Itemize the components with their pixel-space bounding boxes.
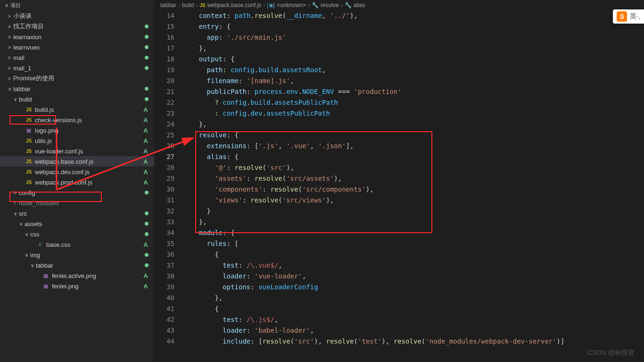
item-label: webpack.base.conf.js <box>35 158 141 165</box>
modified-dot <box>145 263 149 267</box>
file-item[interactable]: ▦fenlei.pngA <box>0 281 154 291</box>
git-status-badge: A <box>141 283 150 290</box>
breadcrumb-item[interactable]: 🔧 alias <box>345 2 365 8</box>
file-explorer[interactable]: ∨ 项目 >小谈谈>找工作项目>learnaxion>learnvuex>mal… <box>0 0 155 362</box>
js-icon: JS <box>25 149 33 154</box>
folder-item[interactable]: ∨build <box>0 94 154 104</box>
folder-item[interactable]: >learnaxion <box>0 32 154 42</box>
chevron-down-icon: ∨ <box>5 2 8 8</box>
folder-item[interactable]: ∨img <box>0 250 154 260</box>
item-label: webpack.prod.conf.js <box>35 179 141 186</box>
folder-item[interactable]: >找工作项目 <box>0 21 154 32</box>
chevron-icon: > <box>6 66 13 71</box>
image-icon: ▦ <box>25 127 33 134</box>
explorer-header: ∨ 项目 <box>0 0 154 11</box>
breadcrumb-item[interactable]: tabbar <box>160 2 176 8</box>
chevron-icon: > <box>6 55 13 60</box>
folder-item[interactable]: ∨src <box>0 208 154 219</box>
js-icon: JS <box>25 118 33 123</box>
file-item[interactable]: #base.cssA <box>0 239 154 250</box>
chevron-icon: ∨ <box>28 263 36 268</box>
folder-item[interactable]: >小谈谈 <box>0 11 154 21</box>
wrench-icon: 🔧 <box>345 2 352 8</box>
breadcrumb-item[interactable]: JS webpack.base.conf.js <box>199 2 261 8</box>
modified-dot <box>145 66 149 70</box>
item-label: tabbar <box>13 85 145 93</box>
modified-dot <box>145 232 149 236</box>
file-item[interactable]: JSbuild.jsA <box>0 104 154 115</box>
chevron-icon: ∨ <box>23 253 30 258</box>
modified-dot <box>145 25 149 28</box>
breadcrumb-item[interactable]: [◉] <unknown> <box>267 2 306 8</box>
watermark: CSDN @秋田君 <box>587 349 635 357</box>
js-icon: JS <box>199 3 205 8</box>
chevron-icon: > <box>11 190 19 195</box>
folder-item[interactable]: ∨css <box>0 229 154 239</box>
chevron-icon: ∨ <box>23 232 30 237</box>
wrench-icon: 🔧 <box>312 2 319 8</box>
css-icon: # <box>36 242 44 247</box>
item-label: node_modules <box>19 200 145 207</box>
item-label: webpack.dev.conf.js <box>35 168 141 176</box>
editor-area: tabbar › build › JS webpack.base.conf.js… <box>155 0 644 362</box>
breadcrumb-item[interactable]: 🔧 resolve <box>312 2 339 8</box>
module-icon: [◉] <box>267 2 275 8</box>
item-label: assets <box>25 220 145 227</box>
folder-item[interactable]: >mall <box>0 52 154 63</box>
chevron-right-icon: › <box>263 2 265 8</box>
file-item[interactable]: JSvue-loader.conf.jsA <box>0 146 154 156</box>
file-item[interactable]: JScheck-versions.jsA <box>0 115 154 125</box>
file-item[interactable]: ▦fenlei.active.pngA <box>0 270 154 281</box>
item-label: build <box>19 96 145 103</box>
item-label: 小谈谈 <box>13 12 145 20</box>
sogou-icon: S <box>617 11 627 22</box>
chevron-icon: ∨ <box>11 211 19 216</box>
item-label: Promise的使用 <box>13 74 145 83</box>
item-label: 找工作项目 <box>13 22 145 31</box>
line-gutter: 1415161718192021222324252627282930313233… <box>155 10 183 362</box>
modified-dot <box>145 56 149 59</box>
folder-item[interactable]: ∨tabbar <box>0 84 154 94</box>
folder-item[interactable]: ∨assets <box>0 219 154 229</box>
js-icon: JS <box>25 107 33 112</box>
file-item[interactable]: JSwebpack.base.conf.jsA <box>0 156 154 167</box>
breadcrumb[interactable]: tabbar › build › JS webpack.base.conf.js… <box>155 0 644 10</box>
file-item[interactable]: JSutils.jsA <box>0 135 154 146</box>
breadcrumb-item[interactable]: build <box>182 2 194 8</box>
ime-indicator[interactable]: S 英·, <box>613 9 644 24</box>
js-icon: JS <box>25 138 33 143</box>
chevron-icon: ∨ <box>6 86 13 92</box>
folder-item[interactable]: >Promise的使用 <box>0 73 154 84</box>
folder-item[interactable]: >mall_1 <box>0 63 154 73</box>
folder-item[interactable]: >node_modules <box>0 198 154 208</box>
item-label: learnaxion <box>13 34 145 41</box>
file-item[interactable]: JSwebpack.dev.conf.jsA <box>0 167 154 177</box>
modified-dot <box>145 87 149 91</box>
item-label: base.css <box>46 241 141 248</box>
file-item[interactable]: JSwebpack.prod.conf.jsA <box>0 177 154 187</box>
code-editor[interactable]: 1415161718192021222324252627282930313233… <box>155 10 644 362</box>
chevron-icon: ∨ <box>17 221 25 227</box>
folder-item[interactable]: >config <box>0 187 154 198</box>
modified-dot <box>145 97 149 101</box>
item-label: mall_1 <box>13 65 145 72</box>
folder-item[interactable]: ∨tabbar <box>0 260 154 270</box>
chevron-right-icon: › <box>178 2 180 8</box>
image-icon: ▦ <box>41 273 50 279</box>
chevron-icon: > <box>6 45 13 50</box>
chevron-icon: > <box>6 76 13 81</box>
git-status-badge: A <box>141 137 150 144</box>
git-status-badge: A <box>141 179 150 186</box>
item-label: css <box>30 231 145 238</box>
folder-item[interactable]: >learnvuex <box>0 42 154 52</box>
chevron-right-icon: › <box>308 2 310 8</box>
git-status-badge: A <box>141 168 150 176</box>
item-label: tabbar <box>36 262 145 269</box>
item-label: img <box>30 252 145 259</box>
git-status-badge: A <box>141 117 150 124</box>
item-label: build.js <box>35 106 141 113</box>
chevron-right-icon: › <box>341 2 343 8</box>
code-content[interactable]: context: path.resolve(__dirname, '../'),… <box>183 10 644 362</box>
chevron-icon: > <box>6 24 13 29</box>
file-item[interactable]: ▦logo.pngA <box>0 125 154 135</box>
